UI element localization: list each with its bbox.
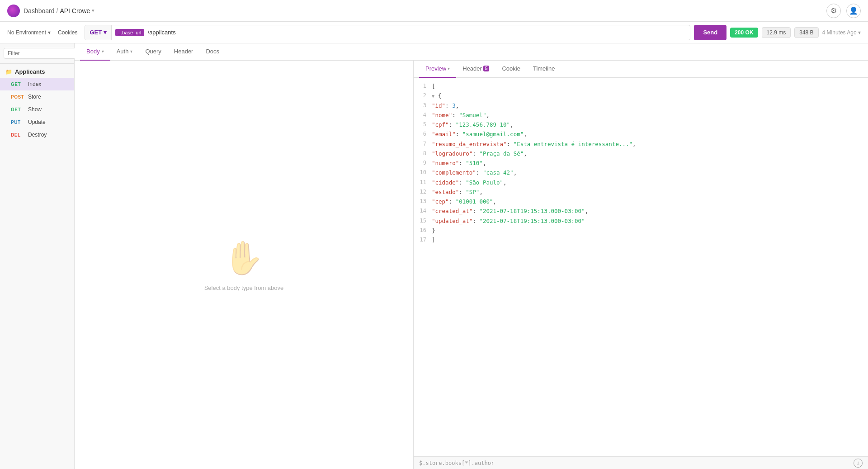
json-value: "Esta entrevista é interessante..."	[514, 141, 632, 147]
main-layout: ⇅ ⊕ 📁 Applicants GET Index POST Store GE…	[0, 43, 868, 469]
user-button[interactable]: 👤	[846, 4, 861, 18]
base-url-tag[interactable]: _.base_url	[115, 29, 144, 36]
tab-docs-label: Docs	[206, 48, 219, 55]
tab-query[interactable]: Query	[139, 43, 167, 61]
json-line: 4 "nome": "Samuel",	[419, 110, 863, 120]
sidebar-item-show[interactable]: GET Show	[0, 103, 74, 116]
sidebar-group-label: Applicants	[15, 68, 45, 75]
tab-body-chevron: ▾	[102, 49, 104, 54]
line-number: 1	[419, 81, 432, 90]
item-label-destroy: Destroy	[28, 132, 47, 138]
json-line: 15 "updated_at": "2021-07-18T19:15:13.00…	[419, 216, 863, 226]
breadcrumb-dashboard[interactable]: Dashboard	[24, 7, 55, 14]
left-pane: ✋ Select a body type from above	[75, 61, 414, 469]
method-post-label: POST	[11, 95, 25, 99]
collapse-arrow[interactable]: ▼	[432, 94, 437, 99]
json-key: "updated_at"	[432, 218, 472, 224]
env-chevron: ▾	[48, 29, 51, 36]
filter-input[interactable]	[4, 48, 80, 59]
json-line: 8 "logradouro": "Praça da Sé",	[419, 149, 863, 158]
line-number: 9	[419, 158, 432, 167]
folder-icon: 📁	[5, 69, 12, 75]
json-key: "numero"	[432, 160, 459, 166]
tab-auth[interactable]: Auth ▾	[110, 43, 139, 61]
json-viewer[interactable]: 1[2▼ {3 "id": 3,4 "nome": "Samuel",5 "cp…	[414, 78, 868, 456]
line-number: 5	[419, 120, 432, 129]
time-ago-chevron[interactable]: ▾	[858, 29, 861, 36]
env-label: No Environment	[7, 29, 46, 36]
json-value: "Samuel"	[459, 112, 486, 118]
json-line: 17]	[419, 235, 863, 245]
tab-docs[interactable]: Docs	[199, 43, 226, 61]
json-line: 1[	[419, 81, 863, 91]
json-value: "2021-07-18T19:15:13.000-03:00"	[479, 218, 585, 224]
sidebar-item-destroy[interactable]: DEL Destroy	[0, 128, 74, 141]
json-key: "cep"	[432, 198, 449, 205]
item-label-show: Show	[28, 106, 42, 113]
request-bar: No Environment ▾ Cookies GET ▾ _.base_ur…	[0, 22, 868, 43]
tab-body[interactable]: Body ▾	[80, 43, 110, 61]
json-key: "email"	[432, 131, 456, 137]
cookies-button[interactable]: Cookies	[54, 28, 81, 38]
sidebar-item-store[interactable]: POST Store	[0, 90, 74, 103]
send-button[interactable]: Send	[694, 25, 726, 40]
line-number: 15	[419, 216, 432, 225]
sidebar-item-update[interactable]: PUT Update	[0, 116, 74, 128]
empty-body: ✋ Select a body type from above	[204, 239, 284, 291]
json-key: "complemento"	[432, 169, 476, 176]
settings-button[interactable]: ⚙	[826, 4, 841, 18]
line-number: 2	[419, 91, 432, 100]
resp-tab-timeline[interactable]: Timeline	[527, 61, 561, 78]
bottom-bar: $.store.books[*].author i	[414, 456, 868, 469]
response-size-badge: 348 B	[794, 27, 818, 38]
json-key: "created_at"	[432, 208, 472, 214]
line-number: 4	[419, 110, 432, 119]
environment-select[interactable]: No Environment ▾	[7, 29, 51, 36]
jsonpath-query[interactable]: $.store.books[*].author	[419, 460, 494, 466]
resp-tab-cookie-label: Cookie	[502, 65, 520, 72]
topbar-left: Dashboard / API Crowe ▾	[7, 5, 94, 17]
method-del-label: DEL	[11, 133, 25, 137]
sidebar-item-index[interactable]: GET Index	[0, 78, 74, 90]
json-value: "casa 42"	[483, 169, 514, 176]
resp-tab-cookie[interactable]: Cookie	[495, 61, 526, 78]
json-line: 16 }	[419, 226, 863, 235]
json-value: 3	[452, 102, 456, 109]
sidebar-group-header[interactable]: 📁 Applicants	[0, 64, 74, 78]
method-get2-label: GET	[11, 107, 25, 112]
json-value: "Praça da Sé"	[479, 150, 524, 157]
resp-tab-preview-chevron: ▾	[448, 66, 450, 71]
time-ago: 4 Minutes Ago ▾	[822, 29, 861, 36]
breadcrumb-chevron[interactable]: ▾	[92, 8, 94, 14]
line-number: 13	[419, 197, 432, 206]
resp-tab-preview[interactable]: Preview ▾	[419, 61, 456, 78]
method-get-label: GET	[11, 82, 25, 87]
json-key: "id"	[432, 102, 445, 109]
split-pane: ✋ Select a body type from above Preview …	[75, 61, 868, 469]
request-tabs-row: Body ▾ Auth ▾ Query Header Docs	[75, 43, 868, 61]
json-key: "resumo_da_entrevista"	[432, 141, 507, 147]
resp-tab-header-badge: 5	[483, 66, 490, 71]
line-number: 6	[419, 129, 432, 138]
method-select[interactable]: GET ▾	[85, 25, 112, 40]
json-value: "SP"	[466, 189, 479, 195]
tab-header[interactable]: Header	[168, 43, 200, 61]
time-ago-label: 4 Minutes Ago	[822, 29, 857, 36]
info-button[interactable]: i	[854, 459, 863, 468]
right-pane: Preview ▾ Header 5 Cookie Timeline	[414, 61, 868, 469]
url-path-input[interactable]	[144, 29, 690, 36]
breadcrumb-api[interactable]: API Crowe	[60, 7, 90, 14]
json-value: "samuel@gmail.com"	[462, 131, 524, 137]
resp-tab-timeline-label: Timeline	[533, 65, 555, 72]
json-line: 7 "resumo_da_entrevista": "Esta entrevis…	[419, 139, 863, 149]
breadcrumb-sep: /	[57, 7, 58, 14]
resp-tab-header[interactable]: Header 5	[456, 61, 495, 78]
line-number: 8	[419, 149, 432, 158]
json-key: "logradouro"	[432, 150, 472, 157]
item-label-index: Index	[28, 81, 41, 87]
filter-row: ⇅ ⊕	[0, 43, 74, 64]
line-number: 10	[419, 168, 432, 177]
content-area: Body ▾ Auth ▾ Query Header Docs ✋	[75, 43, 868, 469]
sidebar-group-applicants: 📁 Applicants GET Index POST Store GET Sh…	[0, 64, 74, 141]
resp-tab-header-label: Header	[462, 65, 482, 72]
